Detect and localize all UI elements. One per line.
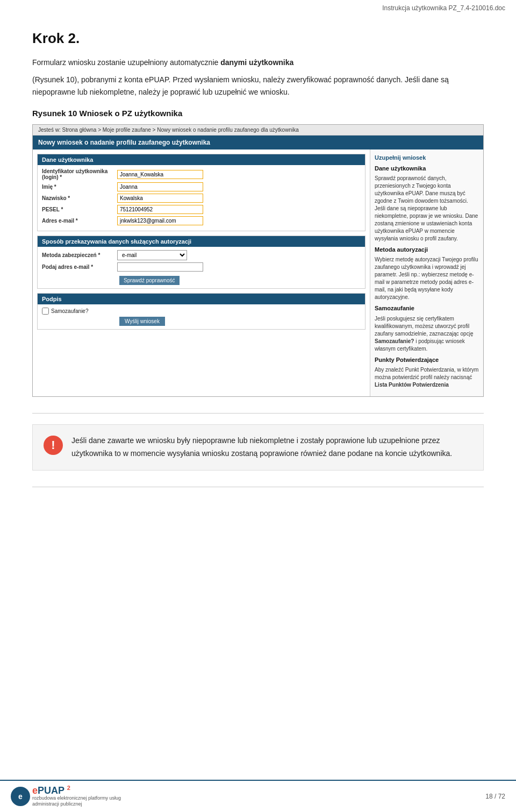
- email-auth-label: Podaj adres e-mail *: [42, 264, 117, 270]
- logo-ep-prefix: e: [32, 785, 38, 796]
- page-number: 18 / 72: [485, 793, 505, 800]
- form-row-email: Adres e-mail *: [42, 216, 361, 225]
- bottom-divider: [32, 487, 484, 487]
- form-row-lastname: Nazwisko *: [42, 194, 361, 203]
- right-section2-text: Wybierz metodę autoryzacji Twojego profi…: [375, 256, 479, 301]
- form-section-signature: Podpis Samozaufanie? Wyślij wniosek: [37, 293, 366, 330]
- section3-body: Samozaufanie? Wyślij wniosek: [38, 304, 365, 329]
- right-section4-text: Aby znaleźć Punkt Potwierdzania, w który…: [375, 366, 479, 389]
- form-right-panel: Uzupełnij wniosek Dane użytkownika Spraw…: [370, 149, 483, 396]
- step-title: Krok 2.: [32, 30, 484, 47]
- warning-icon: !: [44, 436, 63, 455]
- section3-header: Podpis: [38, 294, 365, 304]
- self-trust-checkbox[interactable]: [42, 308, 49, 315]
- email-label: Adres e-mail *: [42, 218, 117, 224]
- breadcrumb-text: Jesteś w: Strona główna > Moje profile z…: [38, 127, 299, 133]
- figure-label: Rysunek 10 Wniosek o PZ użytkownika: [32, 109, 484, 118]
- submit-button-row: Wyślij wniosek: [42, 317, 361, 326]
- pesel-label: PESEL *: [42, 206, 117, 212]
- doc-title: Instrukcja użytkownika PZ_7.4-210016.doc: [0, 0, 516, 14]
- method-select[interactable]: e-mail: [117, 250, 187, 260]
- section2-body: Metoda zabezpieczeń * e-mail Podaj adres…: [38, 247, 365, 288]
- lastname-label: Nazwisko *: [42, 195, 117, 201]
- right-section1-text: Sprawdź poprawność danych, przeniesionyc…: [375, 175, 479, 243]
- form-section-user-data: Dane użytkownika Identyfikator użytkowni…: [37, 154, 366, 231]
- info-box: ! Jeśli dane zawarte we wniosku były nie…: [32, 424, 484, 471]
- form-left-panel: Dane użytkownika Identyfikator użytkowni…: [33, 149, 370, 396]
- breadcrumb: Jesteś w: Strona główna > Moje profile z…: [33, 125, 483, 136]
- right-section2-title: Metoda autoryzacji: [375, 246, 479, 254]
- login-input[interactable]: [117, 170, 203, 179]
- intro-paragraph-2: (Rysunek 10), pobranymi z konta ePUAP. P…: [32, 74, 484, 98]
- divider: [32, 413, 484, 414]
- logo-version: 2: [67, 785, 70, 791]
- login-label: Identyfikator użytkownika (login) *: [42, 168, 117, 180]
- right-panel-main-title: Uzupełnij wniosek: [375, 154, 479, 162]
- check-button-row: Sprawdź poprawność: [42, 274, 361, 285]
- form-main-title: Nowy wniosek o nadanie profilu zaufanego…: [33, 136, 483, 149]
- email-auth-input[interactable]: [117, 262, 203, 272]
- form-row-method: Metoda zabezpieczeń * e-mail: [42, 250, 361, 260]
- screenshot-container: Jesteś w: Strona główna > Moje profile z…: [32, 124, 484, 397]
- method-label: Metoda zabezpieczeń *: [42, 252, 117, 258]
- firstname-input[interactable]: [117, 182, 203, 191]
- self-trust-label: Samozaufanie?: [51, 308, 89, 314]
- intro-text-start: Formularz wniosku zostanie uzupełniony a…: [32, 58, 220, 67]
- form-row-firstname: Imię *: [42, 182, 361, 191]
- check-button[interactable]: Sprawdź poprawność: [119, 276, 180, 285]
- section1-body: Identyfikator użytkownika (login) * Imię…: [38, 165, 365, 231]
- info-text: Jeśli dane zawarte we wniosku były niepo…: [71, 435, 472, 460]
- right-section3-title: Samozaufanie: [375, 304, 479, 312]
- logo-puap-text: PUAP: [38, 785, 64, 796]
- logo-subtitle: rozbudowa elektronicznej platformy usług…: [32, 795, 129, 808]
- form-row-login: Identyfikator użytkownika (login) *: [42, 168, 361, 180]
- intro-bold: danymi użytkownika: [220, 58, 293, 67]
- section1-header: Dane użytkownika: [38, 154, 365, 165]
- section2-header: Sposób przekazywania danych służących au…: [38, 236, 365, 247]
- intro-paragraph-1: Formularz wniosku zostanie uzupełniony a…: [32, 56, 484, 68]
- submit-button[interactable]: Wyślij wniosek: [119, 317, 165, 326]
- footer-logo: e ePUAP 2 rozbudowa elektronicznej platf…: [11, 785, 129, 808]
- self-trust-row: Samozaufanie?: [42, 308, 361, 315]
- form-row-email-auth: Podaj adres e-mail *: [42, 262, 361, 272]
- pesel-input[interactable]: [117, 205, 203, 214]
- page-footer: e ePUAP 2 rozbudowa elektronicznej platf…: [0, 780, 516, 812]
- email-input[interactable]: [117, 216, 203, 225]
- right-section3-text: Jeśli posługujesz się certyfikatem kwali…: [375, 315, 479, 353]
- form-row-pesel: PESEL *: [42, 205, 361, 214]
- right-section1-title: Dane użytkownika: [375, 165, 479, 173]
- form-section-auth: Sposób przekazywania danych służących au…: [37, 236, 366, 289]
- right-section4-title: Punkty Potwierdzające: [375, 356, 479, 364]
- lastname-input[interactable]: [117, 194, 203, 203]
- firstname-label: Imię *: [42, 184, 117, 190]
